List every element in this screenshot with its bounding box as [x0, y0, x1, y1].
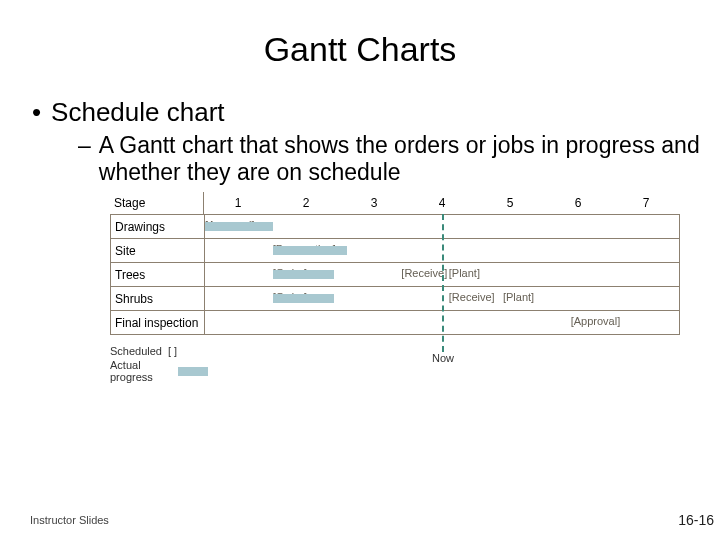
gantt-body: Drawings[Approval]Site[Preparation]Trees… — [110, 214, 680, 335]
scheduled-bracket: [Receive] — [401, 267, 447, 279]
row-timeline: [Order][Receive][Plant] — [205, 262, 679, 286]
table-row: Site[Preparation] — [111, 238, 679, 262]
footer-left: Instructor Slides — [30, 514, 109, 526]
scheduled-bracket: [Approval] — [571, 315, 621, 327]
bullet-level1-text: Schedule chart — [51, 97, 224, 128]
footer-right: 16-16 — [678, 512, 714, 528]
gantt-chart: Stage 1 2 3 4 5 6 7 Drawings[Approval]Si… — [110, 192, 680, 335]
tick-label: 7 — [612, 192, 680, 214]
page-title: Gantt Charts — [0, 30, 720, 69]
stage-name: Final inspection — [111, 310, 205, 334]
actual-progress-bar — [273, 246, 347, 255]
bullet-level2: – A Gantt chart that shows the orders or… — [30, 132, 700, 186]
legend-scheduled: Scheduled [ ] — [110, 343, 700, 359]
scheduled-bracket: [Plant] — [503, 291, 534, 303]
stage-name: Shrubs — [111, 286, 205, 310]
table-row: Shrubs[Order][Receive][Plant] — [111, 286, 679, 310]
stage-name: Drawings — [111, 214, 205, 238]
tick-label: 4 — [408, 192, 476, 214]
row-timeline: [Preparation] — [205, 238, 679, 262]
tick-label: 3 — [340, 192, 408, 214]
legend-scheduled-label: Scheduled — [110, 345, 162, 357]
actual-progress-bar — [273, 294, 334, 303]
legend-actual-label: Actual progress — [110, 359, 170, 383]
gantt-legend: Scheduled [ ] Actual progress — [110, 343, 700, 379]
table-row: Trees[Order][Receive][Plant] — [111, 262, 679, 286]
bullet-level1: • Schedule chart — [30, 97, 700, 128]
row-timeline: [Order][Receive][Plant] — [205, 286, 679, 310]
bullet-dash-icon: – — [78, 132, 91, 159]
tick-label: 6 — [544, 192, 612, 214]
tick-label: 2 — [272, 192, 340, 214]
gantt-stage-header: Stage — [110, 192, 204, 214]
actual-progress-bar — [205, 222, 273, 231]
table-row: Final inspection[Approval] — [111, 310, 679, 334]
legend-actual: Actual progress — [110, 363, 700, 379]
actual-progress-bar — [273, 270, 334, 279]
row-timeline: [Approval] — [205, 310, 679, 334]
legend-bracket-icon: [ ] — [168, 345, 202, 357]
gantt-ticks: 1 2 3 4 5 6 7 — [204, 192, 680, 214]
slide: Gantt Charts • Schedule chart – A Gantt … — [0, 0, 720, 540]
scheduled-bracket: [Plant] — [449, 267, 480, 279]
content-area: • Schedule chart – A Gantt chart that sh… — [0, 97, 720, 379]
stage-name: Trees — [111, 262, 205, 286]
table-row: Drawings[Approval] — [111, 214, 679, 238]
row-timeline: [Approval] — [205, 214, 679, 238]
stage-name: Site — [111, 238, 205, 262]
tick-label: 1 — [204, 192, 272, 214]
tick-label: 5 — [476, 192, 544, 214]
legend-actual-bar-icon — [178, 367, 208, 376]
scheduled-bracket: [Receive] — [449, 291, 495, 303]
bullet-level2-text: A Gantt chart that shows the orders or j… — [99, 132, 700, 186]
bullet-dot-icon: • — [32, 97, 41, 128]
gantt-header: Stage 1 2 3 4 5 6 7 — [110, 192, 680, 214]
